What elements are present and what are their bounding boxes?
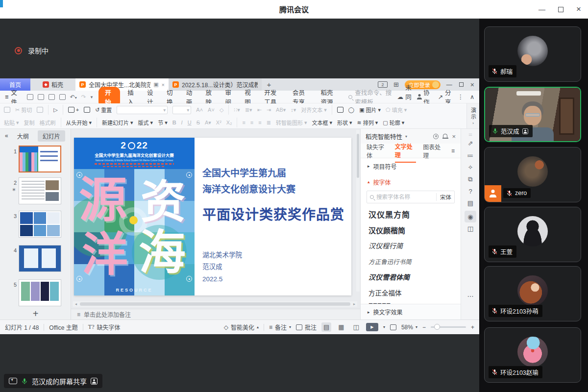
font-search-box[interactable]: 宋体 <box>367 191 455 203</box>
notes-bar[interactable]: ≡ 单击此处添加备注 <box>71 309 360 319</box>
present-side-button[interactable]: 演示 › <box>466 103 479 129</box>
zoom-in-icon[interactable]: + <box>471 324 474 331</box>
align-left-icon[interactable]: ≡ <box>242 120 245 125</box>
shapes-icon[interactable]: ◯ <box>348 107 354 113</box>
split-view-icon[interactable]: 2 <box>378 81 388 88</box>
tab-missing-fonts[interactable]: 缺失字体 <box>367 140 388 162</box>
redo-icon[interactable]: ↷ <box>81 94 86 100</box>
font-option[interactable]: 方正全福体 <box>361 285 461 300</box>
fit-slide-icon[interactable] <box>390 324 396 330</box>
properties-icon[interactable]: ≔ <box>461 152 480 159</box>
vertical-scrollbar[interactable] <box>356 130 360 292</box>
pin-icon[interactable]: ▣ <box>153 81 158 88</box>
superscript-icon[interactable]: X² <box>216 120 221 125</box>
zoom-slider[interactable] <box>431 326 466 328</box>
font-color-icon[interactable]: A▾ <box>205 120 211 126</box>
new-slide-button[interactable]: 新建幻灯片▾ <box>102 119 133 126</box>
print-icon[interactable] <box>49 94 55 100</box>
slide-thumbnail-5[interactable] <box>19 279 61 306</box>
panel-title-caret-icon[interactable]: ▾ <box>405 134 407 139</box>
notes-button[interactable]: ≡ 备注 ▾ <box>269 323 291 331</box>
tab-text-processing[interactable]: 文字处理 <box>395 139 416 163</box>
smart-beautify-button[interactable]: ◇ 智能美化 ▴ <box>224 323 259 331</box>
outline-button[interactable]: ▢ 轮廓▾ <box>383 119 404 126</box>
export-icon[interactable] <box>38 94 44 100</box>
textbox-icon[interactable] <box>337 107 343 113</box>
close-panel-icon[interactable]: × <box>452 133 456 140</box>
justify-icon[interactable]: ≣ <box>267 120 271 126</box>
tab-slides[interactable]: 幻灯片 <box>38 130 65 142</box>
shape-button[interactable]: 形状▾ <box>337 119 352 126</box>
slide-sorter-icon[interactable]: ▦ <box>336 322 346 332</box>
paste-button[interactable]: 粘贴▾ <box>4 119 19 126</box>
reset-button[interactable]: ↺ 重置 <box>95 106 112 114</box>
undo-icon[interactable]: ↶▾ <box>70 94 77 100</box>
normal-view-icon[interactable]: ▤ <box>321 322 331 332</box>
save-icon[interactable] <box>27 94 33 100</box>
section-button[interactable]: 节▾ <box>158 119 168 126</box>
horizontal-scrollbar[interactable]: ◂ ▸ <box>73 301 357 307</box>
zoom-slider-knob[interactable] <box>434 324 440 330</box>
add-slide-button[interactable]: + <box>0 308 71 319</box>
format-painter-icon[interactable] <box>37 107 43 113</box>
participant-tile-zhaoyu[interactable]: 环设2103赵瑜 <box>484 327 581 383</box>
quick-tools-icon[interactable]: ⇗ <box>461 140 480 147</box>
indent-increase-icon[interactable]: ⇥ <box>267 107 271 113</box>
duplicate-icon[interactable]: ⧉ <box>461 175 480 183</box>
tab-outline[interactable]: 大纲 <box>15 130 31 142</box>
font-size-box[interactable]: ▾ <box>172 106 191 114</box>
minimize-icon[interactable]: — <box>539 5 545 13</box>
font-option[interactable]: 汉仪颜楷简 <box>361 222 461 238</box>
docer-features-icon[interactable]: ◉ <box>465 211 476 222</box>
slideshow-play-button[interactable]: ▶ <box>366 323 378 331</box>
from-start-button[interactable]: 从头开始▾ <box>66 119 92 126</box>
comments-button[interactable]: 批注 <box>296 323 317 331</box>
reading-mode-icon[interactable]: ◫ <box>461 225 480 232</box>
section-text-effect[interactable]: ▸ 换文字效果 <box>361 304 461 319</box>
participant-tile-haorui[interactable]: 郝瑞 <box>484 26 581 82</box>
panel-menu-icon[interactable]: ≡ <box>451 147 455 154</box>
play-options-caret-icon[interactable]: ▾ <box>383 325 385 329</box>
arrange-button[interactable]: ≋ 排列▾ <box>357 119 378 126</box>
tab-docer[interactable]: ◆ 稻壳 <box>30 78 75 91</box>
layout-button[interactable]: 版式▾ <box>138 119 153 126</box>
picture-button[interactable]: ▣ 图片▾ <box>359 106 381 114</box>
font-option[interactable]: 汉仪黑方简 <box>361 206 461 222</box>
scrollbar-thumb[interactable] <box>80 302 350 306</box>
scroll-right-icon[interactable]: ▸ <box>351 302 357 306</box>
customize-caret-icon[interactable]: ▾ <box>91 95 93 99</box>
screen-share-banner[interactable]: 范汉成的屏幕共享 <box>4 374 102 388</box>
section-by-font[interactable]: ▴ 按字体 <box>361 174 461 190</box>
increase-font-icon[interactable]: A˄ <box>196 107 203 113</box>
participant-tile-fanhancheng[interactable]: 范汉成 <box>484 87 581 142</box>
play-from-start-icon[interactable]: ▷ <box>53 107 57 113</box>
indent-decrease-icon[interactable]: ⇤ <box>257 107 262 113</box>
subscript-icon[interactable]: X₂ <box>226 120 232 125</box>
format-painter-button[interactable]: 格式刷 <box>40 119 56 126</box>
clear-format-icon[interactable]: ◇ <box>220 107 223 113</box>
bell-icon[interactable] <box>443 134 447 138</box>
participant-tile-sunmeng[interactable]: 环设2103孙萌 <box>484 266 581 321</box>
paste-icon[interactable] <box>4 107 10 113</box>
font-filter-select[interactable]: 宋体 <box>436 193 451 201</box>
font-search-input[interactable] <box>376 194 434 200</box>
copy-button[interactable]: 复制 <box>24 119 35 126</box>
smart-graphic-button[interactable]: 转智能图形▾ <box>276 119 307 126</box>
font-name-box[interactable]: ▾ <box>117 106 168 114</box>
reading-view-icon[interactable]: ◫ <box>351 322 361 332</box>
collapse-ribbon-icon[interactable]: ∧ <box>470 93 474 100</box>
align-text-button[interactable]: 对齐文本▾ <box>301 106 327 114</box>
slide-thumbnail-1[interactable] <box>19 146 61 172</box>
textbox-button[interactable]: 文本框▾ <box>312 119 332 126</box>
theme-name[interactable]: Office 主题 <box>49 323 77 331</box>
text-direction-icon[interactable]: AB▾ <box>276 107 286 113</box>
underline-icon[interactable]: U <box>188 120 192 125</box>
collapse-panel-icon[interactable]: « <box>5 132 8 139</box>
scroll-left-icon[interactable]: ◂ <box>73 302 79 306</box>
font-option[interactable]: 方正鲁迅行书简 <box>361 253 461 269</box>
decrease-font-icon[interactable]: A˅ <box>208 107 215 113</box>
new-slide-icon[interactable]: + <box>68 107 79 113</box>
fill-button[interactable]: ⬠ 填充▾ <box>386 106 407 114</box>
bold-icon[interactable]: B <box>172 120 176 125</box>
panel-drag-handle[interactable]: = <box>461 131 480 138</box>
